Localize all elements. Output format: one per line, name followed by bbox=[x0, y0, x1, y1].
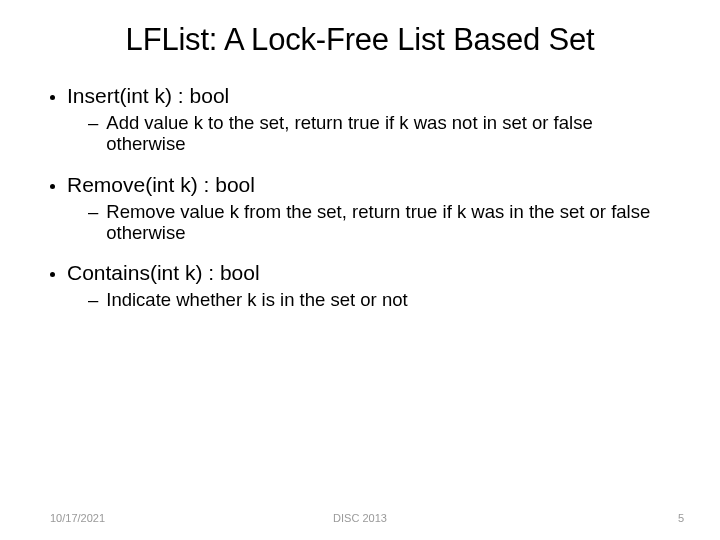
bullet-sub-text: Remove value k from the set, return true… bbox=[106, 201, 676, 244]
footer-page-number: 5 bbox=[678, 512, 684, 524]
slide-title: LFList: A Lock-Free List Based Set bbox=[0, 0, 720, 76]
dash-icon: – bbox=[88, 289, 98, 310]
bullet-item: Insert(int k) : bool bbox=[50, 84, 676, 108]
slide-content: Insert(int k) : bool – Add value k to th… bbox=[0, 84, 720, 310]
slide-footer: 10/17/2021 DISC 2013 5 bbox=[0, 512, 720, 524]
footer-venue: DISC 2013 bbox=[333, 512, 387, 524]
bullet-dot-icon bbox=[50, 184, 55, 189]
bullet-dot-icon bbox=[50, 95, 55, 100]
bullet-item: Remove(int k) : bool bbox=[50, 173, 676, 197]
bullet-subitem: – Remove value k from the set, return tr… bbox=[88, 201, 676, 244]
bullet-label: Contains(int k) : bool bbox=[67, 261, 260, 285]
bullet-item: Contains(int k) : bool bbox=[50, 261, 676, 285]
dash-icon: – bbox=[88, 201, 98, 222]
bullet-sub-text: Indicate whether k is in the set or not bbox=[106, 289, 676, 310]
bullet-sub-text: Add value k to the set, return true if k… bbox=[106, 112, 676, 155]
bullet-subitem: – Add value k to the set, return true if… bbox=[88, 112, 676, 155]
dash-icon: – bbox=[88, 112, 98, 133]
bullet-dot-icon bbox=[50, 272, 55, 277]
footer-date: 10/17/2021 bbox=[50, 512, 105, 524]
bullet-label: Remove(int k) : bool bbox=[67, 173, 255, 197]
bullet-subitem: – Indicate whether k is in the set or no… bbox=[88, 289, 676, 310]
bullet-label: Insert(int k) : bool bbox=[67, 84, 229, 108]
